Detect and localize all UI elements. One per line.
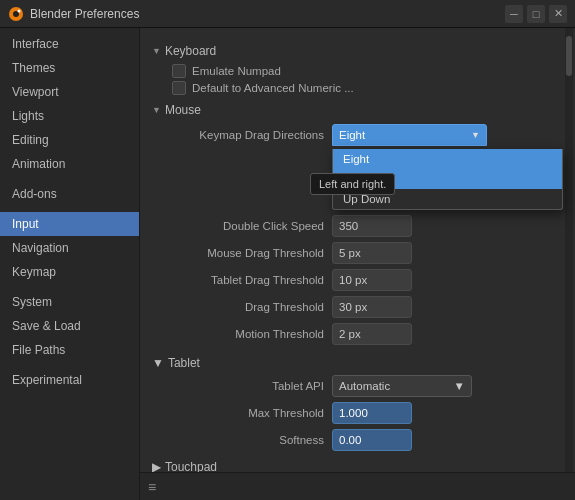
- tablet-api-arrow-icon: ▼: [454, 380, 465, 392]
- window-title: Blender Preferences: [30, 7, 139, 21]
- tablet-api-label: Tablet API: [172, 380, 332, 392]
- tablet-api-value: Automatic: [339, 380, 390, 392]
- keymap-drag-directions-row: Keymap Drag Directions Eight ▼: [152, 123, 563, 147]
- blender-logo-icon: [8, 6, 24, 22]
- sidebar-item-input[interactable]: Input: [0, 212, 139, 236]
- sidebar: Interface Themes Viewport Lights Editing…: [0, 28, 140, 500]
- dropdown-option-eight[interactable]: Eight: [333, 149, 562, 169]
- minimize-button[interactable]: ─: [505, 5, 523, 23]
- tablet-drag-threshold-label: Tablet Drag Threshold: [172, 274, 332, 286]
- drag-threshold-row: Drag Threshold 30 px: [152, 295, 563, 319]
- dropdown-list: Eight Left Right Up Down: [332, 149, 563, 210]
- double-click-speed-row: Double Click Speed 350: [152, 214, 563, 238]
- tablet-section-header[interactable]: ▼ Tablet: [152, 356, 563, 370]
- dropdown-option-left-right[interactable]: Left Right: [333, 169, 562, 189]
- keymap-drag-label: Keymap Drag Directions: [172, 129, 332, 141]
- title-bar-left: Blender Preferences: [8, 6, 139, 22]
- keyboard-section: Emulate Numpad Default to Advanced Numer…: [152, 64, 563, 95]
- content-area: ▼ Keyboard Emulate Numpad Default to Adv…: [140, 28, 575, 500]
- dropdown-arrow-icon: ▼: [471, 130, 480, 140]
- mouse-drag-threshold-label: Mouse Drag Threshold: [172, 247, 332, 259]
- emulate-numpad-checkbox[interactable]: [172, 64, 186, 78]
- scroll-indicator[interactable]: [565, 28, 573, 500]
- max-threshold-row: Max Threshold 1.000: [152, 401, 563, 425]
- main-layout: Interface Themes Viewport Lights Editing…: [0, 28, 575, 500]
- motion-threshold-value[interactable]: 2 px: [332, 323, 412, 345]
- default-advanced-checkbox[interactable]: [172, 81, 186, 95]
- double-click-speed-value[interactable]: 350: [332, 215, 412, 237]
- sidebar-item-save-load[interactable]: Save & Load: [0, 314, 139, 338]
- dropdown-option-up-down[interactable]: Up Down: [333, 189, 562, 209]
- tablet-api-dropdown[interactable]: Automatic ▼: [332, 375, 472, 397]
- double-click-speed-label: Double Click Speed: [172, 220, 332, 232]
- sidebar-item-file-paths[interactable]: File Paths: [0, 338, 139, 362]
- sidebar-item-animation[interactable]: Animation: [0, 152, 139, 176]
- motion-threshold-label: Motion Threshold: [172, 328, 332, 340]
- sidebar-item-keymap[interactable]: Keymap: [0, 260, 139, 284]
- sidebar-item-viewport[interactable]: Viewport: [0, 80, 139, 104]
- drag-threshold-label: Drag Threshold: [172, 301, 332, 313]
- mouse-section-header[interactable]: ▼ Mouse: [152, 103, 563, 117]
- tablet-drag-threshold-row: Tablet Drag Threshold 10 px: [152, 268, 563, 292]
- motion-threshold-row: Motion Threshold 2 px: [152, 322, 563, 346]
- keymap-drag-dropdown[interactable]: Eight ▼: [332, 124, 487, 146]
- mouse-drag-threshold-value[interactable]: 5 px: [332, 242, 412, 264]
- dropdown-menu-container: Eight Left Right Up Down Left and right.: [152, 149, 563, 210]
- mouse-drag-threshold-row: Mouse Drag Threshold 5 px: [152, 241, 563, 265]
- tablet-triangle-icon: ▼: [152, 356, 164, 370]
- softness-value[interactable]: 0.00: [332, 429, 412, 451]
- emulate-numpad-row: Emulate Numpad: [152, 64, 563, 78]
- mouse-triangle-icon: ▼: [152, 105, 161, 115]
- sidebar-item-interface[interactable]: Interface: [0, 32, 139, 56]
- drag-threshold-value[interactable]: 30 px: [332, 296, 412, 318]
- keymap-drag-value: Eight: [339, 129, 365, 141]
- hamburger-menu-icon[interactable]: ≡: [148, 479, 156, 495]
- keyboard-triangle-icon: ▼: [152, 46, 161, 56]
- default-advanced-label: Default to Advanced Numeric ...: [192, 82, 354, 94]
- tablet-api-row: Tablet API Automatic ▼: [152, 374, 563, 398]
- sidebar-item-system[interactable]: System: [0, 290, 139, 314]
- softness-row: Softness 0.00: [152, 428, 563, 452]
- sidebar-item-themes[interactable]: Themes: [0, 56, 139, 80]
- emulate-numpad-label: Emulate Numpad: [192, 65, 281, 77]
- default-advanced-row: Default to Advanced Numeric ...: [152, 81, 563, 95]
- sidebar-item-editing[interactable]: Editing: [0, 128, 139, 152]
- keyboard-section-header[interactable]: ▼ Keyboard: [152, 44, 563, 58]
- title-bar: Blender Preferences ─ □ ✕: [0, 0, 575, 28]
- sidebar-item-add-ons[interactable]: Add-ons: [0, 182, 139, 206]
- maximize-button[interactable]: □: [527, 5, 545, 23]
- max-threshold-value[interactable]: 1.000: [332, 402, 412, 424]
- softness-label: Softness: [172, 434, 332, 446]
- max-threshold-label: Max Threshold: [172, 407, 332, 419]
- scroll-thumb: [566, 36, 572, 76]
- bottom-bar: ≡: [140, 472, 575, 500]
- close-button[interactable]: ✕: [549, 5, 567, 23]
- tablet-drag-threshold-value[interactable]: 10 px: [332, 269, 412, 291]
- sidebar-item-navigation[interactable]: Navigation: [0, 236, 139, 260]
- svg-point-2: [18, 9, 21, 12]
- title-bar-controls: ─ □ ✕: [505, 5, 567, 23]
- sidebar-item-experimental[interactable]: Experimental: [0, 368, 139, 392]
- sidebar-item-lights[interactable]: Lights: [0, 104, 139, 128]
